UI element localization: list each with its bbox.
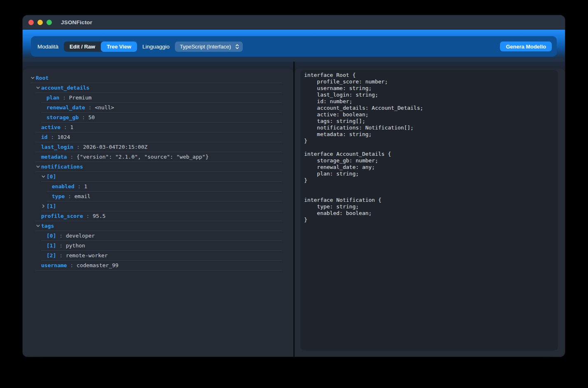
language-select[interactable]: TypeScript (Interface) bbox=[175, 42, 243, 52]
tree-key: [0] bbox=[46, 173, 56, 180]
tree-value: developer bbox=[66, 233, 95, 239]
code-line bbox=[304, 184, 554, 190]
code-line bbox=[304, 190, 554, 197]
minimize-window-button[interactable] bbox=[37, 20, 43, 25]
zoom-window-button[interactable] bbox=[46, 20, 52, 25]
tree-row-account_details[interactable]: account_details bbox=[36, 83, 282, 93]
tree-key: plan bbox=[46, 95, 59, 101]
output-pane: interface Root { profile_score: number; … bbox=[295, 69, 565, 357]
tree-key: account_details bbox=[41, 85, 89, 91]
tree-key: [1] bbox=[46, 242, 56, 249]
tree-key: [0] bbox=[46, 233, 56, 239]
key-value-separator: : bbox=[59, 95, 69, 101]
code-line: } bbox=[304, 217, 554, 223]
tree-row-notifications[interactable]: notifications bbox=[36, 162, 282, 172]
language-label: Linguaggio bbox=[142, 44, 170, 50]
tree-value: codemaster_99 bbox=[77, 262, 119, 268]
tree-row-renewal_date: renewal_date : <null> bbox=[41, 103, 282, 113]
key-value-separator: : bbox=[85, 104, 95, 111]
main-content: Rootaccount_detailsplan : Premiumrenewal… bbox=[23, 62, 565, 357]
code-line: interface Root { bbox=[304, 72, 554, 79]
key-value-separator: : bbox=[67, 262, 77, 268]
tree-key: active bbox=[41, 124, 60, 130]
key-value-separator: : bbox=[65, 193, 74, 199]
tree-row-metadata: metadata : {"version": "2.1.0", "source"… bbox=[36, 152, 282, 162]
segment-edit-raw[interactable]: Edit / Raw bbox=[64, 42, 101, 52]
tree-key: type bbox=[52, 193, 65, 199]
code-line: type: string; bbox=[304, 203, 554, 210]
key-value-separator: : bbox=[56, 233, 65, 239]
key-value-separator: : bbox=[56, 242, 65, 249]
code-line bbox=[304, 144, 554, 151]
tree-row-storage_gb: storage_gb : 50 bbox=[41, 113, 282, 122]
code-line: username: string; bbox=[304, 85, 554, 92]
code-line: last_login: string; bbox=[304, 92, 554, 98]
tree-row-Root[interactable]: Root bbox=[30, 73, 282, 83]
code-line: } bbox=[304, 138, 554, 144]
tree-key: enabled bbox=[52, 183, 74, 189]
tree-key: renewal_date bbox=[46, 104, 85, 111]
code-line: metadata: string; bbox=[304, 131, 554, 138]
close-window-button[interactable] bbox=[28, 20, 34, 25]
code-line: interface Notification { bbox=[304, 197, 554, 203]
tree-row-profile_score: profile_score : 95.5 bbox=[36, 211, 282, 221]
chevron-down-icon[interactable] bbox=[36, 164, 41, 169]
traffic-lights bbox=[28, 20, 52, 25]
tree-key: [2] bbox=[46, 252, 56, 259]
titlebar: JSONFictor bbox=[23, 15, 565, 30]
chevron-down-icon[interactable] bbox=[30, 76, 36, 80]
generate-model-button[interactable]: Genera Modello bbox=[500, 42, 552, 51]
chevron-down-icon[interactable] bbox=[41, 174, 46, 179]
code-line: notifications: Notification[]; bbox=[304, 125, 554, 131]
mode-segmented-control: Edit / Raw Tree View bbox=[64, 42, 137, 52]
window-title: JSONFictor bbox=[61, 19, 92, 25]
tree-key: username bbox=[41, 262, 67, 268]
tree-row-active: active : 1 bbox=[36, 122, 282, 132]
segment-tree-view[interactable]: Tree View bbox=[101, 42, 137, 52]
tree-row-last_login: last_login : 2026-03-04T20:15:00Z bbox=[36, 142, 282, 152]
tree-row-type: type : email bbox=[46, 192, 282, 201]
tree-row-enabled: enabled : 1 bbox=[46, 182, 282, 192]
mode-label: Modalità bbox=[37, 44, 58, 50]
json-tree: Rootaccount_detailsplan : Premiumrenewal… bbox=[28, 73, 293, 270]
tree-value: 95.5 bbox=[93, 213, 105, 219]
key-value-separator: : bbox=[48, 134, 57, 140]
key-value-separator: : bbox=[56, 252, 65, 259]
code-line: plan: string; bbox=[304, 171, 554, 177]
code-line: enabled: boolean; bbox=[304, 210, 554, 217]
tree-value: remote-worker bbox=[66, 252, 108, 259]
tree-row-0[interactable]: [0] bbox=[41, 172, 282, 182]
tree-row-0: [0] : developer bbox=[41, 231, 282, 241]
key-value-separator: : bbox=[79, 114, 88, 120]
tree-key: storage_gb bbox=[46, 114, 79, 120]
chevron-down-icon[interactable] bbox=[36, 224, 41, 228]
code-line: id: number; bbox=[304, 98, 554, 105]
tree-value: python bbox=[66, 242, 85, 249]
tree-row-username: username : codemaster_99 bbox=[36, 261, 282, 270]
key-value-separator: : bbox=[74, 183, 84, 189]
code-output[interactable]: interface Root { profile_score: number; … bbox=[300, 70, 558, 351]
tree-value: 1 bbox=[84, 183, 87, 189]
tree-value: {"version": "2.1.0", "source": "web_app"… bbox=[77, 154, 209, 160]
code-line: active: boolean; bbox=[304, 111, 554, 118]
tree-value: 2026-03-04T20:15:00Z bbox=[83, 144, 148, 150]
key-value-separator: : bbox=[60, 124, 70, 130]
language-select-value: TypeScript (Interface) bbox=[180, 44, 231, 50]
tree-pane: Rootaccount_detailsplan : Premiumrenewal… bbox=[23, 69, 293, 357]
chevron-down-icon[interactable] bbox=[36, 85, 41, 90]
code-line: account_details: Account_Details; bbox=[304, 105, 554, 111]
code-line: tags: string[]; bbox=[304, 118, 554, 125]
tree-key: last_login bbox=[41, 144, 73, 150]
tree-row-1[interactable]: [1] bbox=[41, 201, 282, 211]
tree-value: 50 bbox=[88, 114, 95, 120]
chevron-right-icon[interactable] bbox=[41, 204, 46, 208]
tree-row-tags[interactable]: tags bbox=[36, 221, 282, 231]
tree-value: Premium bbox=[69, 95, 92, 101]
tree-key: Root bbox=[36, 75, 49, 81]
tree-key: tags bbox=[41, 223, 54, 229]
tree-value: <null> bbox=[95, 104, 114, 111]
tree-row-2: [2] : remote-worker bbox=[41, 251, 282, 261]
key-value-separator: : bbox=[83, 213, 93, 219]
app-window: JSONFictor Modalità Edit / Raw Tree View… bbox=[23, 15, 565, 357]
code-line: renewal_date: any; bbox=[304, 164, 554, 171]
